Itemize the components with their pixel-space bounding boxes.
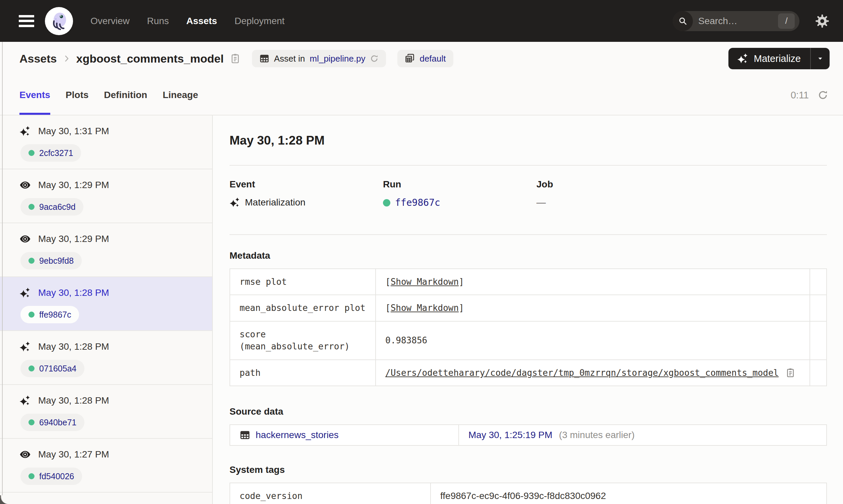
main-nav: Overview Runs Assets Deployment xyxy=(90,16,285,26)
observation-icon xyxy=(19,449,31,460)
event-list-item[interactable]: May 30, 1:28 PM 071605a4 xyxy=(0,331,212,385)
run-id-link[interactable]: ffe9867c xyxy=(39,310,71,320)
path-link[interactable]: /Users/odetteharary/code/dagster/tmp_0mz… xyxy=(385,367,779,379)
materialize-button[interactable]: Materialize xyxy=(728,48,810,69)
event-list-item[interactable]: May 30, 1:27 PM fd540026 xyxy=(0,439,212,492)
metadata-value: 0.983856 xyxy=(385,335,427,345)
tabs-bar: Events Plots Definition Lineage 0:11 xyxy=(0,75,843,115)
metadata-row: rmse plot [Show Markdown] xyxy=(230,269,827,295)
event-list-item[interactable]: May 30, 1:31 PM 2cfc3271 xyxy=(0,115,212,169)
asset-in-label: Asset in xyxy=(274,54,305,64)
run-pill[interactable]: fd540026 xyxy=(20,468,82,485)
source-asset-name[interactable]: hackernews_stories xyxy=(256,430,339,440)
materialize-split-button: Materialize xyxy=(728,48,830,69)
metadata-spacer-cell xyxy=(810,269,827,295)
run-pill[interactable]: 071605a4 xyxy=(20,360,84,377)
materialization-icon xyxy=(19,287,31,299)
nav-item[interactable]: Overview xyxy=(90,16,130,26)
event-list-item[interactable]: May 30, 1:28 PM 6940be71 xyxy=(0,385,212,439)
event-type-value: Materialization xyxy=(245,197,306,208)
run-pill[interactable]: 6940be71 xyxy=(20,414,84,431)
source-data-table: hackernews_stories May 30, 1:25:19 PM (3… xyxy=(229,424,827,446)
system-tag-row: code_version ffe9867c-ec9c-4f06-939c-f8d… xyxy=(230,483,827,504)
asset-group-link[interactable]: default xyxy=(419,54,446,64)
tab[interactable]: Events xyxy=(19,75,50,115)
gear-icon[interactable] xyxy=(815,14,830,29)
observation-icon xyxy=(19,179,31,191)
search-input[interactable]: Search… / xyxy=(673,11,799,31)
nav-item[interactable]: Assets xyxy=(186,16,217,26)
run-label: Run xyxy=(383,179,536,190)
run-pill[interactable]: 9ebc9fd8 xyxy=(20,252,82,269)
path-wrap: /Users/odetteharary/code/dagster/tmp_0mz… xyxy=(385,367,800,379)
show-markdown-link[interactable]: Show Markdown xyxy=(391,277,459,287)
materialization-icon xyxy=(19,126,31,137)
materialization-icon xyxy=(229,197,240,208)
run-pill[interactable]: ffe9867c xyxy=(20,306,79,323)
window-left-edge xyxy=(2,42,3,504)
hamburger-menu-icon[interactable] xyxy=(19,15,34,27)
metadata-row: path /Users/odetteharary/code/dagster/tm… xyxy=(230,360,827,386)
sparkles-icon xyxy=(737,53,749,64)
markdown-link-wrap: [Show Markdown] xyxy=(385,303,464,313)
search-icon xyxy=(673,11,693,31)
event-list-item[interactable]: May 30, 1:29 PM 9aca6c9d xyxy=(0,169,212,223)
asset-group-badge[interactable]: default xyxy=(397,50,453,67)
event-label: Event xyxy=(229,179,383,190)
show-markdown-link[interactable]: Show Markdown xyxy=(391,303,459,313)
source-asset-link[interactable]: hackernews_stories xyxy=(240,430,449,440)
event-list-item[interactable]: May 30, 1:28 PM ffe9867c xyxy=(0,277,212,331)
run-status-dot xyxy=(29,419,35,425)
run-id-link[interactable]: 9aca6c9d xyxy=(39,202,75,212)
breadcrumb-assets-link[interactable]: Assets xyxy=(19,52,57,65)
tabs: Events Plots Definition Lineage xyxy=(19,75,198,115)
reload-location-icon[interactable] xyxy=(370,54,379,63)
event-time: May 30, 1:29 PM xyxy=(38,180,109,191)
run-id-link[interactable]: 071605a4 xyxy=(39,364,76,374)
metadata-spacer-cell xyxy=(810,360,827,386)
run-status-dot xyxy=(383,199,390,206)
run-id-link[interactable]: fd540026 xyxy=(39,471,74,481)
metadata-value-cell: [Show Markdown] xyxy=(376,295,810,321)
nav-item[interactable]: Runs xyxy=(147,16,169,26)
metadata-key: path xyxy=(230,360,376,386)
event-time: May 30, 1:27 PM xyxy=(38,449,109,460)
metadata-key: score (mean_absolute_error) xyxy=(230,321,376,360)
event-time: May 30, 1:28 PM xyxy=(38,341,109,352)
tab[interactable]: Lineage xyxy=(162,75,198,115)
event-time: May 30, 1:29 PM xyxy=(38,234,109,244)
materialize-dropdown-button[interactable] xyxy=(810,48,830,69)
metadata-row: mean_absolute_error plot [Show Markdown] xyxy=(230,295,827,321)
run-pill[interactable]: 2cfc3271 xyxy=(20,144,81,162)
run-id-link[interactable]: 2cfc3271 xyxy=(39,148,73,158)
dagster-logo[interactable] xyxy=(45,7,73,35)
run-status-dot xyxy=(29,150,35,156)
table-grid-icon xyxy=(240,430,250,440)
run-id-link[interactable]: 6940be71 xyxy=(39,418,76,427)
materialization-icon xyxy=(19,395,31,406)
copy-path-icon[interactable] xyxy=(785,368,795,378)
refresh-icon[interactable] xyxy=(818,90,828,101)
event-list-sidebar: May 30, 1:31 PM 2cfc3271 May 30, 1:29 PM… xyxy=(0,115,213,504)
run-id-link[interactable]: ffe9867c xyxy=(395,197,440,208)
materialize-label: Materialize xyxy=(754,53,801,64)
metadata-table: rmse plot [Show Markdown] mean_absolute_… xyxy=(229,268,827,386)
nav-item[interactable]: Deployment xyxy=(235,16,285,26)
code-location-badge[interactable]: Asset in ml_pipeline.py xyxy=(252,50,386,67)
event-detail-title: May 30, 1:28 PM xyxy=(229,133,827,148)
metadata-heading: Metadata xyxy=(229,250,827,261)
run-status-dot xyxy=(29,473,35,479)
tab[interactable]: Plots xyxy=(66,75,88,115)
source-relative-time: (3 minutes earlier) xyxy=(559,430,635,440)
tab[interactable]: Definition xyxy=(104,75,147,115)
run-status-dot xyxy=(29,365,35,372)
run-id-link[interactable]: 9ebc9fd8 xyxy=(39,256,74,266)
metadata-value-cell: 0.983856 xyxy=(376,321,810,360)
source-time-link[interactable]: May 30, 1:25:19 PM xyxy=(468,430,552,440)
run-pill[interactable]: 9aca6c9d xyxy=(20,198,83,216)
metadata-value-cell: [Show Markdown] xyxy=(376,269,810,295)
event-list-item[interactable]: May 30, 1:29 PM 9ebc9fd8 xyxy=(0,223,212,277)
event-time: May 30, 1:28 PM xyxy=(38,287,109,298)
code-location-link[interactable]: ml_pipeline.py xyxy=(310,54,365,64)
copy-asset-name-icon[interactable] xyxy=(230,53,241,64)
